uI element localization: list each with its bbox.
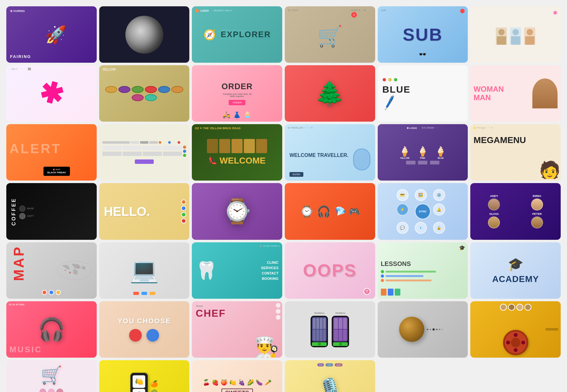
card-explorer[interactable]: LOGO HEADER ▾ RAG ▾ 🧭 EXPLORER (192, 6, 282, 63)
rocket-icon: 🚀 (45, 24, 67, 45)
pink-star-icon: ✱ (553, 9, 558, 16)
card-megamenu[interactable]: 🌟 Pro logo ··· ··· ✕ MEGAMENU 🧑 (470, 124, 561, 181)
svg-point-1 (69, 272, 71, 274)
card-blue-marker[interactable]: BLUE 🖊️ (378, 65, 468, 122)
card-woman[interactable]: WOMANMAN (470, 65, 561, 122)
laptop-icon: 💻 (129, 257, 159, 284)
sub-logo: SUB (381, 9, 386, 12)
headphones-icon: 🎧 (38, 316, 65, 342)
card-team-members[interactable]: ANDY EMMA OLIVIA (470, 183, 561, 239)
card-order[interactable]: ORDER Complete your order here. All fiel… (192, 65, 282, 122)
mic-bubbles: chat voice audio (294, 363, 366, 366)
card-map[interactable]: MAP (6, 242, 97, 299)
card-reception[interactable]: ✱ (470, 6, 561, 63)
megamenu-nav: 🌟 Pro logo ··· ··· ✕ (473, 127, 493, 129)
card-sweets[interactable]: 🍒 🍓 🍑 🍋 🍇 🌽 🍆 🥕 SWEETS (192, 360, 282, 392)
music-toolbar (9, 304, 24, 305)
academy-title: ACADEMY (492, 274, 539, 284)
cart-icon: 🛒 (317, 24, 343, 48)
card-fairing[interactable]: ⊕ FAIRING ··· 🚀 FAIRING (6, 6, 97, 63)
lessons-book-icons (381, 289, 400, 296)
card-watch-purple[interactable]: ⌚ (192, 183, 282, 239)
card-planet[interactable] (378, 301, 468, 358)
traveller-shape (353, 148, 370, 170)
card-dental[interactable]: 🦷 🏥 CLINIC NAME ⊕ CLINIC SERVICES CONTAC… (192, 242, 282, 299)
card-asterisk[interactable]: ○ algo ▾ ··· ··· ··· ··· ██ ✱ (6, 65, 97, 122)
explorer-title: EXPLORER (221, 30, 271, 39)
fruits-display: 🍊 🥝 (150, 380, 158, 392)
moon-circle (125, 16, 163, 54)
icecream-nav: ⊕ LOGO ICE CREAM ··· ··· (378, 127, 468, 130)
woman-avatar (532, 78, 558, 108)
card-bubbles[interactable]: 💳 🖼️ ⚙️ ⚡ SYNC 🔔 💬 📧 🔒 (378, 183, 468, 239)
shop-logo: ⊕ LOGO (288, 9, 298, 12)
shop-nav: SHOP ▾ ··· ★ (351, 9, 366, 12)
card-icecream[interactable]: ⊕ LOGO ICE CREAM ··· ··· 🍦 YELLOW 🍦 PINK… (378, 124, 468, 181)
card-hello[interactable]: HELLO. (99, 183, 190, 239)
macarons-label: YELLOW (102, 68, 116, 71)
card-you-choose[interactable]: YOU CHOOSE (99, 301, 190, 358)
chef-figure: 👨‍🍳 (254, 335, 279, 358)
you-choose-title: YOU CHOOSE (117, 317, 171, 325)
phone-2: DivMenu (332, 312, 349, 347)
graduation-icon: 🎓 (459, 245, 465, 251)
card-watch-gadgets[interactable]: ⌚ 🎧 💎 🎮 (285, 183, 375, 239)
card-macarons[interactable]: YELLOW (99, 65, 190, 122)
oz-welcome-text: WELCOME (220, 156, 266, 166)
order-title: ORDER (221, 82, 253, 91)
icon-rows (102, 146, 186, 157)
card-music[interactable]: 🎧 MUSIC (6, 301, 97, 358)
grid-button[interactable] (135, 159, 154, 164)
coffee-options: BASE SOFT (19, 205, 34, 219)
traveller-button[interactable]: ENTER (289, 172, 303, 177)
coffee-title: COFFEE (11, 198, 17, 226)
card-oz-welcome[interactable]: OZ ✦ THE YELLOW BRICK ROAD 👠 WELCOME (192, 124, 282, 181)
tooth-icon: 🦷 (196, 260, 217, 281)
film-reel-icon (503, 330, 528, 355)
card-moon[interactable] (99, 6, 190, 63)
macarons-display (99, 84, 190, 103)
card-lessons[interactable]: 🎓 LESSONS (378, 242, 468, 299)
order-button[interactable]: ORDER (229, 100, 245, 105)
card-film-reel[interactable] (470, 301, 561, 358)
card-grid: ⊕ FAIRING ··· 🚀 FAIRING LOGO HEADER ▾ RA… (6, 6, 561, 392)
card-microphone[interactable]: 🎙️ chat voice audio (285, 360, 375, 392)
card-sub[interactable]: SUB SUB 🕶️ (378, 6, 468, 63)
planet-dots (427, 328, 446, 331)
card-academy[interactable]: 🎓 ACADEMY (470, 242, 561, 299)
card-grid-dots[interactable] (99, 124, 190, 181)
card-chef[interactable]: Huwa CHEF 👨‍🍳 (192, 301, 282, 358)
lessons-list (381, 270, 465, 282)
card-shop[interactable]: ⊕ LOGO SHOP ▾ ··· ★ 🛒 1 (285, 6, 375, 63)
hello-title: HELLO. (104, 205, 150, 219)
xmas-tree-icon: 🌲 (315, 80, 345, 107)
card-xmas-tree[interactable]: 🌲 (285, 65, 375, 122)
card-coffee[interactable]: COFFEE BASE SOFT (6, 183, 97, 239)
sub-title: SUB (403, 24, 443, 45)
card-fruits-phone[interactable]: 🍋 🥝 🍊 🥝 (99, 360, 190, 392)
card-cart-pink[interactable]: 🛒 (6, 360, 97, 392)
oops-title: OOPS (303, 260, 357, 280)
team-grid: ANDY EMMA OLIVIA (473, 194, 558, 228)
card-alert[interactable]: ALERT 🎁 GIFT BLACK FRIDAY (6, 124, 97, 181)
phone-fruits-mock: 🍋 🥝 (130, 373, 148, 392)
color-dots (382, 78, 398, 82)
cart-social-icons (39, 389, 63, 392)
sweets-label: SWEETS (221, 389, 253, 392)
traveller-nav: ⊕ TRAVELLER ··· ··· ··· ✕ (288, 127, 313, 129)
megamenu-figure: 🧑 (534, 157, 559, 179)
card-phone-icons[interactable]: DivMenu (285, 301, 375, 358)
planet-sphere (399, 317, 424, 342)
icecream-items: 🍦 YELLOW 🍦 PINK 🍦 BLUE (399, 146, 446, 159)
asterisk-nav: ○ algo ▾ ··· ··· ··· ··· ██ (9, 68, 31, 70)
card-oops[interactable]: OOPS ? (285, 242, 375, 299)
megamenu-title: MEGAMENU (473, 135, 526, 145)
sub-icons: 🕶️ (419, 50, 427, 58)
mic-icon: 🎙️ (318, 377, 342, 392)
card-laptop[interactable]: 💻 (99, 242, 190, 299)
fairing-label: FAIRING (10, 54, 31, 59)
svg-point-3 (65, 270, 66, 271)
card-traveller[interactable]: ⊕ TRAVELLER ··· ··· ··· ✕ WELCOME TRAVEL… (285, 124, 375, 181)
oz-welcome: 👠 WELCOME (209, 156, 266, 166)
chef-title: CHEF (196, 308, 226, 319)
